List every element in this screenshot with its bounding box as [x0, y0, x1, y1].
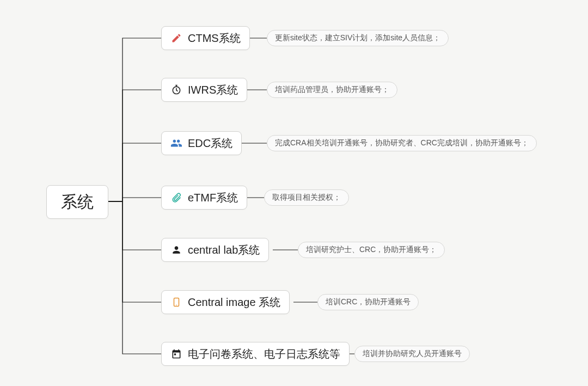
desc-questionnaire: 培训并协助研究人员开通账号: [354, 346, 470, 362]
node-centrallab: central lab系统: [161, 238, 269, 262]
desc-questionnaire-text: 培训并协助研究人员开通账号: [363, 349, 462, 359]
node-centralimage-label: Central image 系统: [188, 295, 280, 310]
desc-iwrs: 培训药品管理员，协助开通账号；: [267, 82, 397, 98]
node-iwrs: IWRS系统: [161, 78, 247, 102]
desc-etmf-text: 取得项目相关授权；: [272, 193, 341, 203]
node-ctms: CTMS系统: [161, 26, 250, 50]
desc-centrallab: 培训研究护士、CRC，协助开通账号；: [298, 242, 445, 258]
desc-edc-text: 完成CRA相关培训开通账号，协助研究者、CRC完成培训，协助开通账号；: [275, 138, 529, 148]
node-etmf-label: eTMF系统: [188, 191, 238, 205]
svg-point-1: [176, 305, 177, 306]
desc-centralimage: 培训CRC，协助开通账号: [317, 294, 419, 310]
node-ctms-label: CTMS系统: [188, 31, 241, 46]
user-icon: [170, 244, 182, 256]
users-icon: [170, 137, 182, 149]
desc-ctms-text: 更新site状态，建立SIV计划，添加site人员信息；: [275, 33, 440, 43]
pencil-icon: [170, 32, 182, 44]
stopwatch-icon: [170, 84, 182, 96]
node-etmf: eTMF系统: [161, 186, 247, 210]
paperclip-icon: [170, 192, 182, 204]
node-iwrs-label: IWRS系统: [188, 83, 238, 97]
desc-centrallab-text: 培训研究护士、CRC，协助开通账号；: [306, 245, 437, 255]
node-edc-label: EDC系统: [188, 136, 232, 151]
mobile-icon: [170, 296, 182, 308]
desc-etmf: 取得项目相关授权；: [264, 189, 349, 206]
node-edc: EDC系统: [161, 131, 242, 155]
desc-iwrs-text: 培训药品管理员，协助开通账号；: [275, 85, 389, 95]
desc-edc: 完成CRA相关培训开通账号，协助研究者、CRC完成培训，协助开通账号；: [267, 135, 537, 151]
root-node: 系统: [46, 185, 108, 219]
node-centralimage: Central image 系统: [161, 290, 290, 314]
node-questionnaire: 电子问卷系统、电子日志系统等: [161, 342, 350, 366]
node-centrallab-label: central lab系统: [188, 243, 260, 258]
node-questionnaire-label: 电子问卷系统、电子日志系统等: [188, 347, 340, 362]
desc-ctms: 更新site状态，建立SIV计划，添加site人员信息；: [267, 30, 449, 46]
root-label: 系统: [61, 191, 94, 213]
calendar-icon: [170, 348, 182, 360]
desc-centralimage-text: 培训CRC，协助开通账号: [326, 297, 411, 307]
